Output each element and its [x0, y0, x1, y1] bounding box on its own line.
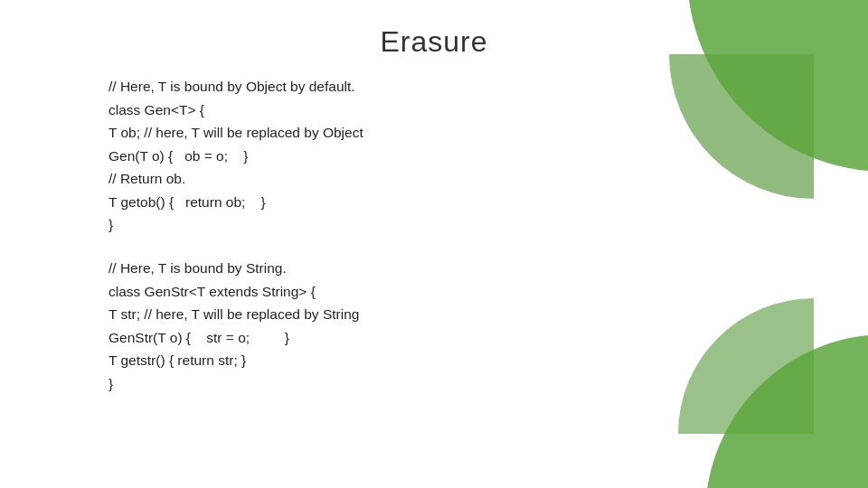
code-line-2-1: // Here, T is bound by String. [108, 257, 615, 280]
code-line-2-6: } [108, 372, 615, 396]
code-line-2-4: GenStr(T o) { str = o; } [108, 326, 615, 350]
code-line-1-6: T getob() { return ob; } [108, 191, 615, 214]
slide: Erasure // Here, T is bound by Object by… [0, 0, 868, 488]
code-line-2-3: T str; // here, T will be replaced by St… [108, 303, 615, 326]
code-block-2: // Here, T is bound by String. class Gen… [108, 257, 615, 395]
code-line-1-7: } [108, 213, 615, 237]
slide-content: // Here, T is bound by Object by default… [0, 75, 868, 395]
slide-title: Erasure [0, 0, 868, 75]
code-line-1-4: Gen(T o) { ob = o; } [108, 145, 615, 168]
code-line-1-1: // Here, T is bound by Object by default… [108, 75, 615, 99]
code-line-1-2: class Gen<T> { [108, 99, 615, 122]
code-block-1: // Here, T is bound by Object by default… [108, 75, 615, 237]
code-line-2-5: T getstr() { return str; } [108, 349, 615, 372]
code-line-1-3: T ob; // here, T will be replaced by Obj… [108, 121, 615, 145]
code-line-2-2: class GenStr<T extends String> { [108, 280, 615, 304]
code-line-1-5: // Return ob. [108, 167, 615, 191]
